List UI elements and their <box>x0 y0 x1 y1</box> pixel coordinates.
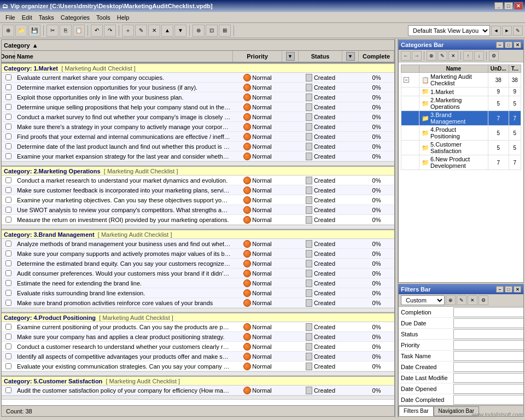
task-checkbox[interactable] <box>5 177 11 183</box>
task-checkbox[interactable] <box>5 143 11 149</box>
task-checkbox[interactable] <box>5 363 11 369</box>
menu-tools[interactable]: Tools <box>93 13 114 22</box>
cat-panel-close-btn[interactable]: ✕ <box>514 42 521 48</box>
filter-preset-combo[interactable]: Custom <box>401 295 445 305</box>
list-item[interactable]: 📁 1.Market 9 9 <box>401 88 521 96</box>
tb-edit-btn[interactable]: ✎ <box>135 25 147 37</box>
tb-more1-btn[interactable]: ⊛ <box>192 25 205 37</box>
th-priority-filter[interactable]: ▼ <box>282 51 299 62</box>
tb-more3-btn[interactable]: ⊞ <box>219 25 231 37</box>
maximize-button[interactable]: □ <box>504 2 513 10</box>
task-checkbox[interactable] <box>5 250 11 256</box>
task-checkbox[interactable] <box>5 217 11 223</box>
filter-edit-btn[interactable]: ✎ <box>457 295 466 305</box>
th-done[interactable]: Done <box>2 51 15 62</box>
filter-settings-btn[interactable]: ⚙ <box>479 295 488 305</box>
task-checkbox[interactable] <box>5 241 11 247</box>
task-checkbox[interactable] <box>5 124 11 130</box>
cat-th-name[interactable]: Name <box>419 65 488 73</box>
filter-input[interactable] <box>453 362 523 372</box>
minimize-button[interactable]: _ <box>494 2 503 10</box>
cat-th-t[interactable]: T... <box>509 65 521 73</box>
tb-down-btn[interactable]: ▼ <box>174 25 186 37</box>
filter-input[interactable] <box>453 307 523 317</box>
sort-icon[interactable]: ▲ <box>32 42 38 49</box>
task-checkbox[interactable] <box>5 290 11 296</box>
list-item[interactable]: 📁 3.Brand Management 7 7 <box>401 111 521 126</box>
cat-add-btn[interactable]: ⊕ <box>427 51 436 61</box>
task-checkbox[interactable] <box>5 153 11 159</box>
close-button[interactable]: ✕ <box>514 2 523 10</box>
filters-panel-menu-btn[interactable]: − <box>496 286 504 293</box>
tb-cut-btn[interactable]: ✂ <box>46 25 59 37</box>
task-checkbox[interactable] <box>5 324 11 330</box>
task-checkbox[interactable] <box>5 197 11 203</box>
layout-next-btn[interactable]: ► <box>502 26 512 36</box>
menu-file[interactable]: File <box>2 13 19 22</box>
task-checkbox[interactable] <box>5 270 11 276</box>
cat-back-btn[interactable]: ← <box>401 51 411 61</box>
tab-filters-bar[interactable]: Filters Bar <box>399 406 434 416</box>
task-checkbox[interactable] <box>5 334 11 340</box>
th-complete[interactable]: Complete <box>359 51 394 62</box>
cat-panel-menu-btn[interactable]: − <box>496 42 504 48</box>
tree-name-cell[interactable]: 📁 5.Customer Satisfaction <box>419 141 488 155</box>
menu-edit[interactable]: Edit <box>19 13 36 22</box>
task-checkbox[interactable] <box>5 387 11 393</box>
filter-input[interactable] <box>453 340 523 350</box>
tb-paste-btn[interactable]: 📋 <box>73 25 85 37</box>
list-item[interactable]: − 📋 Marketing Audit Checklist 38 38 <box>401 73 521 88</box>
tb-more2-btn[interactable]: ⊡ <box>206 25 218 37</box>
filter-add-btn[interactable]: ⊕ <box>446 295 456 305</box>
task-checkbox[interactable] <box>5 260 11 266</box>
priority-filter-btn[interactable]: ▼ <box>286 52 295 61</box>
task-checkbox[interactable] <box>5 133 11 139</box>
tree-name-cell[interactable]: 📋 Marketing Audit Checklist <box>419 73 488 88</box>
tb-delete-btn[interactable]: ✕ <box>148 25 160 37</box>
cat-edit-btn[interactable]: ✎ <box>438 51 447 61</box>
layout-combo[interactable]: Default Task View Layout <box>408 25 490 36</box>
task-checkbox[interactable] <box>5 300 11 306</box>
filter-input[interactable] <box>453 395 523 405</box>
filter-input[interactable] <box>453 351 523 361</box>
tb-save-btn[interactable]: 💾 <box>28 25 40 37</box>
th-name[interactable]: Name <box>15 51 233 62</box>
tree-name-cell[interactable]: 📁 6.New Product Development <box>419 155 488 170</box>
tree-name-cell[interactable]: 📁 2.Marketing Operations <box>419 96 488 111</box>
list-item[interactable]: 📁 6.New Product Development 7 7 <box>401 155 521 170</box>
tb-new-btn[interactable]: ⊕ <box>2 25 14 37</box>
cat-settings-btn[interactable]: ⚙ <box>489 51 499 61</box>
filter-input[interactable] <box>453 318 523 328</box>
tree-name-cell[interactable]: 📁 1.Market <box>419 88 488 96</box>
status-filter-btn[interactable]: ▼ <box>346 52 355 61</box>
task-checkbox[interactable] <box>5 104 11 110</box>
task-checkbox[interactable] <box>5 114 11 120</box>
cat-panel-detach-btn[interactable]: □ <box>505 42 512 48</box>
th-status-filter[interactable]: ▼ <box>342 51 359 62</box>
tb-add-task-btn[interactable]: ＋ <box>122 25 134 37</box>
layout-manage-btn[interactable]: ✎ <box>513 26 523 36</box>
tb-undo-btn[interactable]: ↶ <box>91 25 103 37</box>
list-item[interactable]: 📁 5.Customer Satisfaction 5 5 <box>401 141 521 155</box>
filters-panel-close-btn[interactable]: ✕ <box>514 286 521 293</box>
tree-expand-btn[interactable]: − <box>404 77 409 83</box>
th-priority[interactable]: Priority <box>233 51 282 62</box>
task-checkbox[interactable] <box>5 94 11 100</box>
filter-input[interactable] <box>453 373 523 383</box>
cat-down-btn[interactable]: ↓ <box>474 51 484 61</box>
tb-up-btn[interactable]: ▲ <box>161 25 173 37</box>
menu-tasks[interactable]: Tasks <box>36 13 57 22</box>
task-checkbox[interactable] <box>5 343 11 349</box>
filters-panel-detach-btn[interactable]: □ <box>505 286 512 293</box>
tb-redo-btn[interactable]: ↷ <box>104 25 116 37</box>
tb-open-btn[interactable]: 📁 <box>15 25 27 37</box>
filter-input[interactable] <box>453 329 523 339</box>
th-status[interactable]: Status <box>299 51 342 62</box>
task-checkbox[interactable] <box>5 74 11 80</box>
cat-fwd-btn[interactable]: → <box>412 51 422 61</box>
filter-input[interactable] <box>453 384 523 394</box>
cat-th-und[interactable]: UnD... <box>488 65 509 73</box>
menu-categories[interactable]: Categories <box>57 13 93 22</box>
list-item[interactable]: 📁 2.Marketing Operations 5 5 <box>401 96 521 111</box>
task-checkbox[interactable] <box>5 84 11 90</box>
